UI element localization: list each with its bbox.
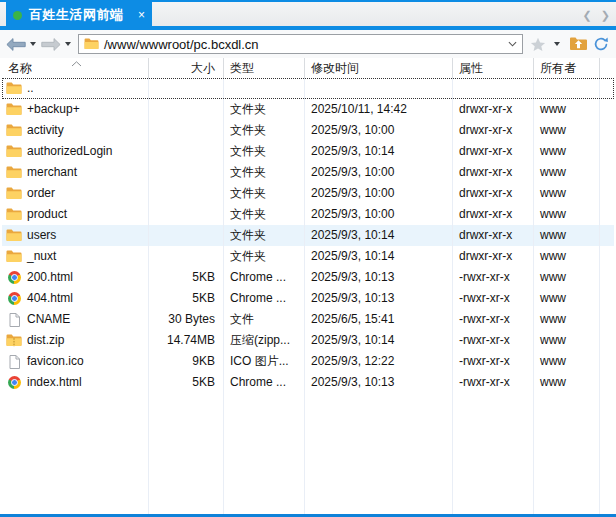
table-row[interactable]: activity 文件夹 2025/9/3, 10:00 drwxr-xr-x … bbox=[2, 120, 614, 141]
table-row[interactable]: merchant 文件夹 2025/9/3, 10:00 drwxr-xr-x … bbox=[2, 162, 614, 183]
forward-button[interactable] bbox=[40, 36, 62, 53]
address-bar[interactable]: /www/wwwroot/pc.bcxdl.cn bbox=[78, 34, 523, 54]
file-type: 文件夹 bbox=[224, 99, 305, 120]
file-permissions: drwxr-xr-x bbox=[453, 183, 534, 204]
file-owner: www bbox=[534, 204, 600, 225]
file-type: 压缩(zipp... bbox=[224, 330, 305, 351]
file-permissions: -rwxr-xr-x bbox=[453, 288, 534, 309]
file-name: .. bbox=[27, 78, 34, 99]
file-owner: www bbox=[534, 120, 600, 141]
folder-icon bbox=[6, 187, 22, 201]
file-name: +backup+ bbox=[27, 99, 80, 120]
table-row[interactable]: dist.zip 14.74MB 压缩(zipp... 2025/9/3, 10… bbox=[2, 330, 614, 351]
file-permissions: -rwxr-xr-x bbox=[453, 267, 534, 288]
address-dropdown-icon[interactable] bbox=[508, 41, 517, 47]
chrome-icon bbox=[6, 376, 22, 390]
table-row[interactable]: favicon.ico 9KB ICO 图片... 2025/9/3, 12:2… bbox=[2, 351, 614, 372]
file-permissions: drwxr-xr-x bbox=[453, 99, 534, 120]
file-owner: www bbox=[534, 309, 600, 330]
column-header-spacer bbox=[600, 58, 614, 78]
file-type: 文件 bbox=[224, 309, 305, 330]
file-modified-time: 2025/9/3, 10:14 bbox=[305, 246, 453, 267]
row-spacer bbox=[600, 204, 614, 225]
file-modified-time: 2025/6/5, 15:41 bbox=[305, 309, 453, 330]
file-modified-time: 2025/9/3, 10:14 bbox=[305, 141, 453, 162]
refresh-button[interactable] bbox=[593, 36, 609, 52]
column-header-attrs[interactable]: 属性 bbox=[453, 58, 534, 78]
back-history-dropdown-icon[interactable] bbox=[30, 42, 36, 46]
file-owner: www bbox=[534, 183, 600, 204]
file-modified-time: 2025/9/3, 10:14 bbox=[305, 225, 453, 246]
table-row[interactable]: authorizedLogin 文件夹 2025/9/3, 10:14 drwx… bbox=[2, 141, 614, 162]
file-modified-time: 2025/9/3, 10:00 bbox=[305, 204, 453, 225]
folder-icon bbox=[6, 145, 22, 159]
row-spacer bbox=[600, 288, 614, 309]
tab-scroll-left-icon[interactable]: ❮ bbox=[583, 7, 592, 23]
file-type: 文件夹 bbox=[224, 120, 305, 141]
file-owner: www bbox=[534, 246, 600, 267]
tab-active[interactable]: 百姓生活网前端 × bbox=[6, 2, 152, 28]
table-row[interactable]: order 文件夹 2025/9/3, 10:00 drwxr-xr-x www bbox=[2, 183, 614, 204]
file-size: 5KB bbox=[149, 372, 224, 393]
file-type: Chrome ... bbox=[224, 288, 305, 309]
table-row[interactable]: index.html 5KB Chrome ... 2025/9/3, 10:1… bbox=[2, 372, 614, 393]
folder-icon bbox=[6, 82, 22, 96]
folder-icon bbox=[6, 229, 22, 243]
file-size bbox=[149, 99, 224, 120]
column-header-type[interactable]: 类型 bbox=[224, 58, 305, 78]
file-modified-time: 2025/9/3, 10:13 bbox=[305, 372, 453, 393]
row-spacer bbox=[600, 183, 614, 204]
table-row[interactable]: CNAME 30 Bytes 文件 2025/6/5, 15:41 -rwxr-… bbox=[2, 309, 614, 330]
file-name: 404.html bbox=[27, 288, 73, 309]
chrome-icon bbox=[6, 271, 22, 285]
file-modified-time: 2025/9/3, 10:13 bbox=[305, 288, 453, 309]
file-permissions: -rwxr-xr-x bbox=[453, 330, 534, 351]
file-modified-time: 2025/9/3, 10:14 bbox=[305, 330, 453, 351]
file-manager-window: 百姓生活网前端 × ❮ ❯ /www/wwwroot/pc.bcxdl.c bbox=[0, 0, 616, 517]
table-row[interactable]: +backup+ 文件夹 2025/10/11, 14:42 drwxr-xr-… bbox=[2, 99, 614, 120]
tab-close-icon[interactable]: × bbox=[138, 9, 145, 21]
zip-icon bbox=[6, 334, 22, 348]
empty-list-area[interactable] bbox=[2, 393, 614, 514]
back-button[interactable] bbox=[5, 36, 27, 53]
forward-arrow-icon bbox=[41, 38, 61, 51]
table-row[interactable]: _nuxt 文件夹 2025/9/3, 10:14 drwxr-xr-x www bbox=[2, 246, 614, 267]
forward-history-dropdown-icon[interactable] bbox=[65, 42, 71, 46]
file-size bbox=[149, 246, 224, 267]
table-row[interactable]: 200.html 5KB Chrome ... 2025/9/3, 10:13 … bbox=[2, 267, 614, 288]
file-name: authorizedLogin bbox=[27, 141, 112, 162]
file-size bbox=[149, 162, 224, 183]
address-path-input[interactable]: /www/wwwroot/pc.bcxdl.cn bbox=[104, 37, 503, 52]
file-modified-time: 2025/9/3, 10:00 bbox=[305, 183, 453, 204]
favorites-dropdown-icon[interactable] bbox=[554, 42, 560, 46]
table-row[interactable]: product 文件夹 2025/9/3, 10:00 drwxr-xr-x w… bbox=[2, 204, 614, 225]
file-owner: www bbox=[534, 162, 600, 183]
file-owner: www bbox=[534, 225, 600, 246]
column-header-size[interactable]: 大小 bbox=[149, 58, 224, 78]
connection-status-dot-icon bbox=[13, 11, 22, 20]
file-modified-time bbox=[305, 78, 453, 99]
file-name: dist.zip bbox=[27, 330, 64, 351]
file-permissions: drwxr-xr-x bbox=[453, 141, 534, 162]
table-row[interactable]: 404.html 5KB Chrome ... 2025/9/3, 10:13 … bbox=[2, 288, 614, 309]
folder-up-icon bbox=[569, 37, 588, 51]
column-header-owner[interactable]: 所有者 bbox=[534, 58, 600, 78]
go-up-button[interactable] bbox=[569, 37, 588, 51]
file-icon bbox=[6, 355, 22, 369]
refresh-icon bbox=[593, 36, 609, 52]
column-header-modified[interactable]: 修改时间 bbox=[305, 58, 453, 78]
tab-scroll-right-icon[interactable]: ❯ bbox=[601, 7, 610, 23]
favorites-button[interactable] bbox=[530, 37, 546, 52]
file-type bbox=[224, 78, 305, 99]
back-arrow-icon bbox=[6, 38, 26, 51]
file-name: merchant bbox=[27, 162, 77, 183]
file-modified-time: 2025/9/3, 10:13 bbox=[305, 267, 453, 288]
file-name: 200.html bbox=[27, 267, 73, 288]
file-size bbox=[149, 225, 224, 246]
navigation-toolbar: /www/wwwroot/pc.bcxdl.cn bbox=[0, 30, 616, 58]
table-row[interactable]: users 文件夹 2025/9/3, 10:14 drwxr-xr-x www bbox=[2, 225, 614, 246]
table-row[interactable]: .. bbox=[2, 78, 614, 99]
row-spacer bbox=[600, 99, 614, 120]
row-spacer bbox=[600, 246, 614, 267]
file-modified-time: 2025/9/3, 10:00 bbox=[305, 120, 453, 141]
